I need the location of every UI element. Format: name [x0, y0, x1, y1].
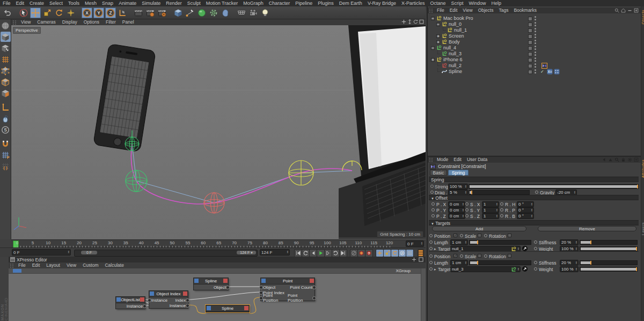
timeline-tick-15[interactable]: 15 [61, 240, 66, 245]
add-primitive-cube-icon[interactable] [173, 8, 184, 18]
menu-item-mesh[interactable]: Mesh [82, 0, 99, 6]
add-light-icon[interactable] [260, 8, 270, 18]
expand-icon[interactable]: + [436, 40, 440, 44]
live-selection-icon[interactable] [18, 8, 29, 18]
keyframe-dot-icon[interactable] [465, 214, 469, 217]
detach-icon[interactable] [412, 257, 416, 262]
viewport-menu-options[interactable]: Options [80, 19, 103, 25]
om-menu-bookmarks[interactable]: Bookmarks [511, 8, 539, 13]
keyframe-dot-icon[interactable] [429, 240, 433, 244]
keyframe-dot-icon[interactable] [430, 191, 434, 194]
menu-item-dem-earth[interactable]: Dem Earth [336, 0, 365, 6]
lock-icon[interactable] [621, 157, 626, 162]
play-backwards-button[interactable] [302, 249, 310, 257]
offset-field-pz[interactable]: 0 cm▴▾ [448, 213, 465, 219]
timeline-tick-80[interactable]: 80 [263, 240, 268, 245]
menu-item-motion-tracker[interactable]: Motion Tracker [203, 0, 241, 6]
xpresso-node-objectlist[interactable]: ObjectListInstance [115, 296, 145, 309]
range-start-handle[interactable]: 0 F [81, 251, 97, 254]
spinner-icon[interactable]: ▴▾ [575, 241, 577, 244]
menu-item-v-ray-bridge[interactable]: V-Ray Bridge [365, 0, 399, 6]
offset-field-sy[interactable]: 1▴▾ [482, 207, 499, 213]
enabled-check-icon[interactable]: ✓ [540, 69, 544, 75]
viewport[interactable]: Perspective Grid Spacing : 10 cm [11, 25, 426, 239]
panel-grip-icon[interactable] [10, 263, 14, 268]
viewport-zoom-icon[interactable] [407, 19, 412, 25]
xpresso-menu-custom[interactable]: Custom [79, 262, 101, 268]
panel-grip-icon[interactable] [429, 8, 433, 13]
output-port[interactable] [143, 304, 147, 308]
spinner-icon[interactable]: ▴▾ [67, 251, 69, 253]
node-input-corner[interactable] [116, 297, 121, 302]
keyframe-dot-icon[interactable] [500, 214, 503, 217]
render-picture-viewer-icon[interactable] [145, 8, 156, 18]
xpresso-menu-edit[interactable]: Edit [29, 262, 43, 268]
timeline-tick-20[interactable]: 20 [77, 240, 82, 245]
viewport-rotate-icon[interactable] [413, 19, 418, 25]
xpresso-menu-view[interactable]: View [63, 262, 79, 268]
expand-arrow-icon[interactable]: ▸ [434, 247, 436, 251]
spinner-icon[interactable]: ▴▾ [530, 209, 532, 211]
magnet-snapping-icon[interactable] [1, 138, 11, 149]
record-disabled-button[interactable] [350, 249, 358, 257]
search-icon[interactable] [614, 8, 619, 13]
input-port[interactable] [259, 286, 263, 289]
length-field[interactable]: 1 cm▴▾ [450, 239, 468, 245]
input-port[interactable] [259, 296, 263, 300]
maximize-icon[interactable] [419, 257, 423, 262]
slider-handle[interactable] [636, 267, 637, 271]
layer-color-swatch[interactable] [528, 40, 532, 45]
add-camera-icon[interactable] [248, 8, 259, 18]
rotation-checkbox[interactable] [508, 234, 511, 237]
spinner-icon[interactable]: ▴▾ [462, 209, 464, 211]
null-object-icon[interactable] [442, 21, 447, 27]
key-rotation-toggle[interactable] [391, 249, 399, 257]
spinner-icon[interactable]: ▴▾ [464, 261, 466, 264]
xpresso-menu-file[interactable]: File [15, 262, 29, 268]
timeline-tick-115[interactable]: 115 [370, 240, 377, 245]
spinner-icon[interactable]: ▴▾ [462, 215, 464, 217]
viewport-menu-view[interactable]: View [18, 19, 34, 25]
menu-item-character[interactable]: Character [266, 0, 293, 6]
menu-item-select[interactable]: Select [47, 0, 65, 6]
xpresso-node-spline[interactable]: SplineObject [193, 278, 229, 290]
viewport-menu-filter[interactable]: Filter [103, 19, 119, 25]
keyframe-dot-icon[interactable] [429, 261, 433, 264]
visibility-dot-editor[interactable] [535, 22, 536, 24]
tab-basic[interactable]: Basic [430, 170, 447, 176]
step-back-button[interactable] [309, 249, 317, 257]
menu-item-plugins[interactable]: Plugins [315, 0, 336, 6]
add-deformer-icon[interactable] [208, 8, 219, 18]
weight-slider[interactable] [580, 267, 638, 272]
spinner-icon[interactable]: ▴▾ [464, 241, 466, 244]
output-port[interactable] [312, 286, 316, 289]
camera-label[interactable]: Perspective [13, 27, 41, 34]
edges-mode-icon[interactable] [1, 77, 11, 87]
keyframe-dot-icon[interactable] [430, 185, 434, 188]
add-spline-pen-icon[interactable] [185, 8, 195, 18]
visibility-dot-render[interactable] [535, 42, 536, 44]
add-panel-icon[interactable] [634, 157, 639, 162]
visibility-dot-render[interactable] [535, 25, 536, 26]
xpresso-menu-calculate[interactable]: Calculate [101, 262, 127, 268]
slider-handle[interactable] [590, 240, 591, 244]
null-sphere-red[interactable] [204, 193, 224, 213]
viewport-toggle-icon[interactable] [419, 19, 424, 25]
viewport-menu-display[interactable]: Display [59, 19, 80, 25]
visibility-dot-editor[interactable] [535, 46, 536, 47]
offset-field-rh[interactable]: 0 °▴▾ [517, 201, 534, 207]
spinner-icon[interactable]: ▴▾ [575, 247, 577, 250]
move-tool-icon[interactable] [30, 8, 41, 18]
keyframe-dot-icon[interactable] [460, 254, 463, 258]
tab-spring[interactable]: Spring [448, 170, 469, 176]
drag-slider[interactable] [469, 190, 530, 195]
node-output-corner[interactable] [183, 291, 187, 296]
layer-color-swatch[interactable] [528, 34, 532, 39]
rotate-tool-icon[interactable] [54, 8, 64, 18]
slider-handle[interactable] [637, 185, 638, 188]
keyframe-dot-icon[interactable] [431, 202, 435, 206]
keyframe-dot-icon[interactable] [484, 234, 487, 237]
output-port[interactable] [186, 304, 189, 308]
xpresso-titlebar[interactable]: XPresso Editor [9, 257, 426, 262]
timeline-tick-65[interactable]: 65 [216, 240, 221, 245]
